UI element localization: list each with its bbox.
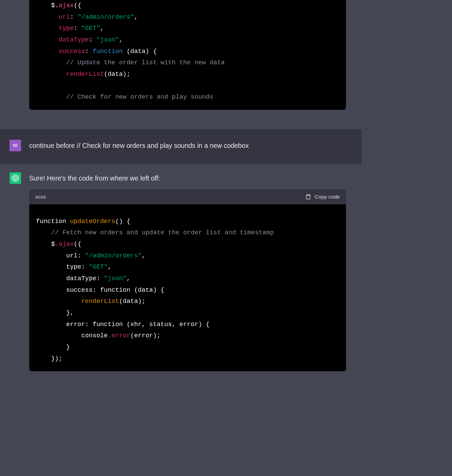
code-content: function updateOrders() { // Fetch new o… <box>36 204 339 364</box>
code-header: scss Copy code <box>29 189 346 204</box>
assistant-avatar <box>10 172 21 184</box>
copy-code-button[interactable]: Copy code <box>305 193 340 201</box>
code-pre[interactable]: function updateOrders() { // Fetch new o… <box>29 204 346 371</box>
assistant-message-top: $.ajax({ url: "/admin/orders", type: "GE… <box>0 0 362 130</box>
assistant-message-body: Sure! Here's the code from where we left… <box>29 172 362 371</box>
code-block-bottom: scss Copy code function updateOrders() {… <box>29 189 346 371</box>
assistant-message-text: Sure! Here's the code from where we left… <box>29 173 355 183</box>
code-pre[interactable]: $.ajax({ url: "/admin/orders", type: "GE… <box>29 0 346 110</box>
openai-logo-icon <box>12 174 19 182</box>
code-block-top: $.ajax({ url: "/admin/orders", type: "GE… <box>29 0 346 110</box>
user-avatar: MI <box>10 140 21 151</box>
user-message-row: MI continue before // Check for new orde… <box>0 130 362 164</box>
user-initials: MI <box>13 143 18 148</box>
assistant-message-row: Sure! Here's the code from where we left… <box>0 164 362 381</box>
user-message-text: continue before // Check for new orders … <box>29 140 362 151</box>
copy-code-label: Copy code <box>315 193 340 201</box>
code-content: $.ajax({ url: "/admin/orders", type: "GE… <box>36 0 339 103</box>
code-language-label: scss <box>35 193 46 201</box>
clipboard-icon <box>305 194 311 200</box>
